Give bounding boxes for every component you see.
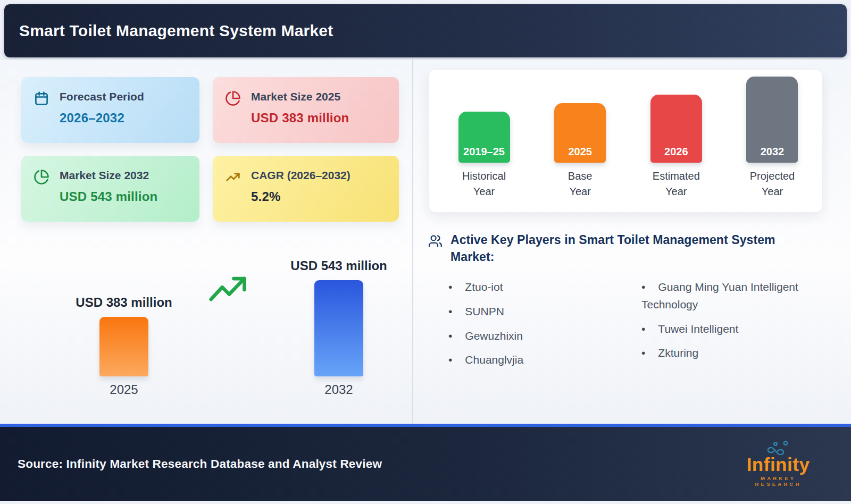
timeline-bar-base: 2025 Base Year [548,103,612,199]
list-item: Chuanglvjia [448,351,624,369]
bar-year-label: 2025 [568,146,592,158]
key-players-column-2: Guang Ming Yuan Intelligent Technology T… [641,279,828,375]
list-item: SUNPN [448,303,624,321]
brand-logo: Infinity MARKET RESEARCH [738,441,818,487]
header: Smart Toilet Management System Market [4,4,847,57]
calendar-icon [34,90,51,143]
pie-chart-icon [34,169,51,222]
logo-subtitle: MARKET RESEARCH [738,475,818,487]
bar-year-label: 2026 [664,146,688,158]
bar-2032 [314,280,363,376]
bar-year-label: 2025 [110,382,138,397]
card-text: Forecast Period 2026–2032 [60,90,144,143]
list-item: Guang Ming Yuan Intelligent Technology [641,279,828,313]
card-value: USD 543 million [60,189,157,204]
bar-caption: Base Year [568,169,593,199]
card-value: USD 383 million [251,111,349,125]
bar-projected: 2032 [746,77,798,163]
timeline-chart-card: 2019–25 Historical Year 2025 Base [428,69,823,213]
right-panel: 2019–25 Historical Year 2025 Base [413,60,851,424]
card-title: Market Size 2032 [60,169,157,182]
key-players-heading-row: Active Key Players in Smart Toilet Manag… [428,232,828,265]
bar-caption: Historical Year [462,169,506,199]
bar-year-label: 2019–25 [463,146,505,158]
logo-name: Infinity [738,455,818,474]
bar-historical: 2019–25 [458,112,510,163]
growth-bar-2032: USD 543 million 2032 [294,258,384,397]
timeline-bar-estimated: 2026 Estimated Year [644,95,708,199]
timeline-bar-projected: 2032 Projected Year [740,77,804,199]
users-icon [428,234,443,250]
source-text: Source: Infinity Market Research Databas… [18,457,382,471]
growth-chart: USD 383 million 2025 USD 543 million 203… [21,256,412,397]
card-title: Forecast Period [60,90,144,103]
bar-estimated: 2026 [650,95,702,163]
bar-year-label: 2032 [761,146,785,158]
market-size-2032-card: Market Size 2032 USD 543 million [21,156,199,222]
card-text: Market Size 2032 USD 543 million [60,169,157,222]
bar-base: 2025 [554,103,606,163]
pie-chart-icon [225,90,242,143]
bar-2025 [99,317,148,376]
infinity-logo-icon [764,441,797,457]
growth-bar-2025: USD 383 million 2025 [79,295,169,397]
stat-cards: Forecast Period 2026–2032 Market Size 20… [21,77,412,222]
card-title: Market Size 2025 [251,90,349,103]
timeline-bars-row: 2019–25 Historical Year 2025 Base [452,77,804,212]
card-text: Market Size 2025 USD 383 million [251,90,349,143]
key-players-lists: Ztuo-iot SUNPN Gewuzhixin Chuanglvjia Gu… [428,279,828,375]
card-text: CAGR (2026–2032) 5.2% [251,169,351,222]
bar-value-label: USD 543 million [290,258,387,273]
page-title: Smart Toilet Management System Market [19,22,333,40]
card-title: CAGR (2026–2032) [251,169,351,182]
list-item: Ztuo-iot [448,279,624,296]
card-value: 5.2% [251,189,351,204]
key-players-section: Active Key Players in Smart Toilet Manag… [428,232,828,376]
market-size-2025-card: Market Size 2025 USD 383 million [213,77,399,143]
cagr-card: CAGR (2026–2032) 5.2% [213,156,399,222]
list-item: Tuwei Intelligent [641,321,828,338]
left-panel: Forecast Period 2026–2032 Market Size 20… [0,60,413,424]
bar-caption: Projected Year [750,169,795,199]
forecast-period-card: Forecast Period 2026–2032 [21,77,199,143]
content-area: Forecast Period 2026–2032 Market Size 20… [0,60,851,424]
key-players-column-1: Ztuo-iot SUNPN Gewuzhixin Chuanglvjia [448,279,624,375]
growth-arrow-icon [208,274,249,307]
footer: Source: Infinity Market Research Databas… [0,427,851,501]
card-value: 2026–2032 [60,111,144,125]
trending-up-icon [225,169,242,222]
infographic-root: Smart Toilet Management System Market [0,0,851,504]
bar-value-label: USD 383 million [76,295,172,310]
timeline-bar-historical: 2019–25 Historical Year [452,112,516,199]
bar-caption: Estimated Year [653,169,700,199]
list-item: Zkturing [641,345,828,362]
list-item: Gewuzhixin [448,327,624,345]
key-players-heading: Active Key Players in Smart Toilet Manag… [450,232,796,265]
bar-year-label: 2032 [324,382,353,397]
